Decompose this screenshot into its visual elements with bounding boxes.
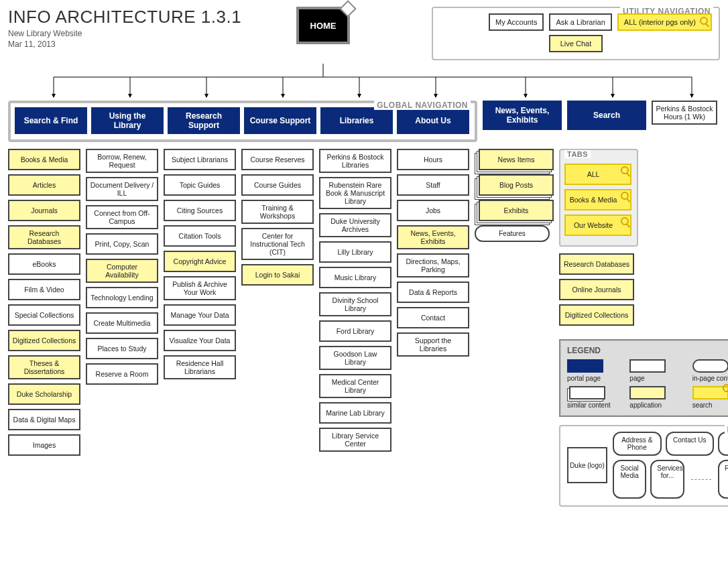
node[interactable]: Support the Libraries [397,332,469,357]
node[interactable]: Citation Tools [164,225,236,247]
col-using: Borrow, Renew, RequestDocument Delivery … [86,149,158,385]
footer-pill[interactable]: Contact Us [666,432,715,456]
node[interactable]: Copyright Advice [164,251,236,272]
node[interactable]: Film & Video [8,279,80,300]
node[interactable]: Rubenstein Rare Book & Manuscript Librar… [319,177,391,209]
node[interactable]: Duke Scholarship [8,383,80,405]
tabs-panel: TABS ALLBooks & MediaOur Website [559,149,638,247]
node[interactable]: Center for Instructional Tech (CIT) [241,228,314,260]
col-libraries: Perkins & Bostock LibrariesRubenstein Ra… [319,149,391,452]
portal-search[interactable]: Search [567,101,646,130]
pill-node[interactable]: Features [475,225,550,242]
node[interactable]: Journals [8,200,80,221]
legend-app: application [629,386,682,409]
node[interactable]: Special Collections [8,304,80,326]
node[interactable]: Ford Library [319,320,391,342]
live-chat[interactable]: Live Chat [549,35,603,52]
footer-pill[interactable]: Faculty [718,460,728,499]
node[interactable]: Document Delivery / ILL [86,177,158,201]
node[interactable]: Course Guides [241,174,314,196]
all-search-label: ALL (interior pgs only) [624,18,696,26]
portal-research[interactable]: Research Support [168,107,240,134]
ask-librarian[interactable]: Ask a Librarian [549,13,611,31]
node[interactable]: Directions, Maps, Parking [397,253,469,277]
footer-pill[interactable]: Address & Phone [613,432,662,456]
node[interactable]: Computer Availability [86,259,158,283]
node[interactable]: Books & Media [564,189,631,210]
legend-portal: portal page [567,359,620,382]
right-stack: TABS ALLBooks & MediaOur Website Researc… [559,149,728,507]
node[interactable]: ALL [564,164,631,185]
node[interactable]: News, Events, Exhibits [397,225,469,249]
node[interactable]: Digitized Collections [8,330,80,351]
node[interactable]: Staff [397,174,469,196]
node[interactable]: Topic Guides [164,174,236,196]
my-accounts[interactable]: My Accounts [489,13,544,31]
node[interactable]: Publish & Archive Your Work [164,276,236,300]
footer-pill[interactable]: Services for... [650,460,684,499]
node[interactable]: Digitized Collections [559,304,634,326]
node[interactable]: Places to Study [86,338,158,359]
node[interactable]: Citing Sources [164,200,236,221]
node[interactable]: Our Website [564,214,631,236]
title-block: INFO ARCHITECTURE 1.3.1 New Library Webs… [8,7,296,49]
node[interactable]: Duke University Archives [319,213,391,237]
node[interactable]: News Items [479,149,554,170]
footer-pill[interactable]: Privacy [718,432,728,456]
node[interactable]: Data & Reports [397,282,469,303]
node[interactable]: Hours [397,149,469,170]
home-label: HOME [310,21,337,31]
node[interactable]: Articles [8,174,80,196]
node[interactable]: Residence Hall Librarians [164,355,236,379]
node[interactable]: Lilly Library [319,241,391,263]
hours-perkins[interactable]: Perkins & Bostock Hours (1 Wk) [652,101,717,125]
node[interactable]: Exhibits [479,200,554,221]
portal-news[interactable]: News, Events, Exhibits [483,101,562,130]
node[interactable]: Books & Media [8,149,80,170]
node[interactable]: Training & Workshops [241,200,314,224]
node[interactable]: Music Library [319,267,391,288]
columns-row: Books & MediaArticlesJournalsResearch Da… [8,149,720,507]
node[interactable]: Medical Center Library [319,374,391,398]
node[interactable]: Contact [397,307,469,328]
node[interactable]: Course Reserves [241,149,314,170]
node[interactable]: Blog Posts [479,174,554,196]
all-search[interactable]: ALL (interior pgs only) [617,13,712,31]
node[interactable]: Research Databases [8,225,80,249]
portal-about[interactable]: About Us [397,107,469,134]
cube-icon [339,0,356,17]
node[interactable]: Data & Digital Maps [8,409,80,430]
node[interactable]: Reserve a Room [86,363,158,385]
node[interactable]: Online Journals [559,279,634,300]
dotted-connector [691,479,711,480]
node[interactable]: Divinity School Library [319,292,391,316]
global-nav-panel: GLOBAL NAVIGATION Search & Find Using th… [8,101,477,142]
portal-using[interactable]: Using the Library [91,107,164,134]
portal-libraries[interactable]: Libraries [320,107,393,134]
node[interactable]: Print, Copy, Scan [86,233,158,255]
node[interactable]: Create Multimedia [86,312,158,334]
connector-zone [8,64,720,101]
node[interactable]: Borrow, Renew, Request [86,149,158,173]
node[interactable]: Visualize Your Data [164,330,236,351]
header-row: INFO ARCHITECTURE 1.3.1 New Library Webs… [8,7,720,60]
node[interactable]: Images [8,434,80,456]
col-news: News ItemsBlog PostsExhibitsFeatures [475,149,554,242]
node[interactable]: Technology Lending [86,287,158,308]
node[interactable]: Library Service Center [319,428,391,452]
node[interactable]: Manage Your Data [164,304,236,326]
portal-search-find[interactable]: Search & Find [15,107,87,134]
node[interactable]: Subject Librarians [164,149,236,170]
node[interactable]: Theses & Dissertations [8,355,80,379]
node[interactable]: Connect from Off-Campus [86,205,158,229]
node[interactable]: Research Databases [559,253,634,275]
node[interactable]: Goodson Law Library [319,346,391,370]
node[interactable]: Perkins & Bostock Libraries [319,149,391,173]
node[interactable]: Login to Sakai [241,264,314,286]
footer-pill[interactable]: Social Media [613,460,646,499]
home-node[interactable]: HOME [296,7,350,44]
portal-course[interactable]: Course Support [244,107,316,134]
node[interactable]: eBooks [8,253,80,275]
node[interactable]: Jobs [397,200,469,221]
node[interactable]: Marine Lab Library [319,402,391,424]
